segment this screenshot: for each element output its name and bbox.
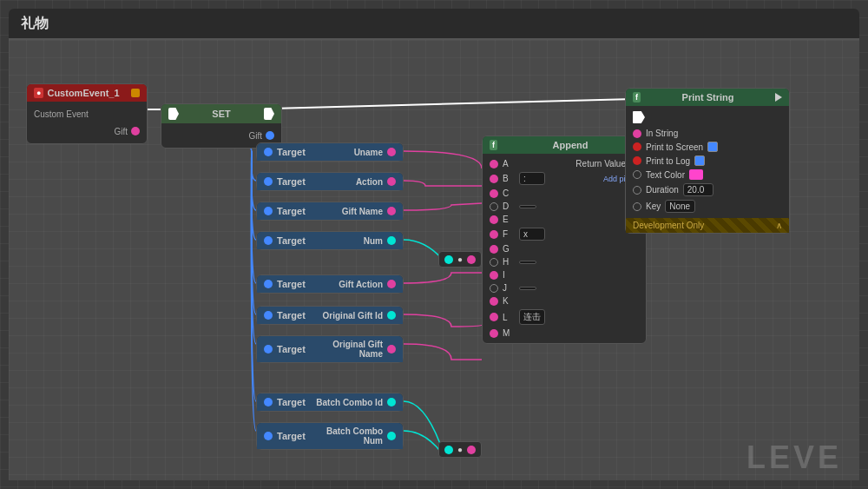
target-giftaction-target: Target xyxy=(277,279,306,289)
set-gift-out[interactable] xyxy=(266,131,274,140)
target-batchcomboid-node: Target Batch Combo Id xyxy=(256,393,404,412)
append-f-label: F xyxy=(503,229,515,239)
set-exec-out[interactable] xyxy=(264,108,274,120)
target-action-in[interactable] xyxy=(264,177,273,186)
print-exec-in[interactable] xyxy=(633,111,645,123)
append-m-label: M xyxy=(503,328,515,338)
target-batchcomboid-in[interactable] xyxy=(264,398,273,406)
print-toscreen-pin[interactable] xyxy=(633,142,641,151)
print-duration-value[interactable]: 20.0 xyxy=(683,183,713,196)
combo-out[interactable] xyxy=(467,255,476,264)
target-num-node: Target Num xyxy=(256,231,404,250)
append-f-pin[interactable] xyxy=(490,230,498,239)
target-uname-out[interactable] xyxy=(387,148,396,156)
append-b-pin[interactable] xyxy=(490,175,498,183)
append-return-label: Return Value xyxy=(575,159,626,169)
batch-combo-node: ● xyxy=(438,441,482,458)
target-batchcomboid-target: Target xyxy=(277,397,306,407)
append-node: f Append A Return Value B : Add pin ⊕ xyxy=(482,135,647,344)
append-h-pin[interactable] xyxy=(490,258,498,267)
bcombo-in[interactable] xyxy=(444,446,453,454)
target-batchcombonum-out[interactable] xyxy=(387,432,396,440)
append-k-label: K xyxy=(503,296,515,306)
append-g-label: G xyxy=(503,244,515,254)
print-tolog-label: Print to Log xyxy=(646,156,690,166)
append-l-value[interactable]: 连击 xyxy=(519,309,545,325)
print-duration-pin[interactable] xyxy=(633,186,641,195)
append-i-pin[interactable] xyxy=(490,271,498,280)
print-textcolor-swatch[interactable] xyxy=(689,169,703,180)
print-duration-label: Duration xyxy=(646,185,679,195)
print-key-value[interactable]: None xyxy=(665,200,695,213)
target-originalgiftname-node: Target Original Gift Name xyxy=(256,335,404,363)
print-instring-pin[interactable] xyxy=(633,129,641,138)
print-toscreen-label: Print to Screen xyxy=(646,142,703,152)
dev-only-bar: Development Only ∧ xyxy=(626,218,789,233)
gift-pin-label: Gift xyxy=(114,127,128,136)
custom-event-label: CustomEvent_1 xyxy=(47,88,119,98)
append-e-pin[interactable] xyxy=(490,215,498,224)
append-h-value[interactable] xyxy=(519,261,536,264)
append-a-pin[interactable] xyxy=(490,160,498,169)
append-d-value[interactable] xyxy=(519,205,536,208)
print-label: Print String xyxy=(645,92,771,102)
print-instring-label: In String xyxy=(646,129,678,138)
append-i-label: I xyxy=(503,270,515,280)
target-originalgiftid-pin: Original Gift Id xyxy=(310,311,383,320)
target-originalgiftid-target: Target xyxy=(277,310,306,320)
append-j-pin[interactable] xyxy=(490,284,498,293)
target-giftaction-in[interactable] xyxy=(264,280,273,288)
print-exec-out[interactable] xyxy=(775,93,782,102)
gift-pin[interactable] xyxy=(131,127,140,135)
append-l-pin[interactable] xyxy=(490,313,498,321)
append-j-value[interactable] xyxy=(519,287,536,290)
target-giftname-target: Target xyxy=(277,206,306,216)
target-giftaction-out[interactable] xyxy=(387,280,396,288)
append-b-label: B xyxy=(503,174,515,183)
append-d-pin[interactable] xyxy=(490,202,498,211)
set-exec-in[interactable] xyxy=(168,108,179,120)
print-f-icon: f xyxy=(633,92,641,102)
target-batchcomboid-out[interactable] xyxy=(387,398,396,406)
target-originalgiftid-out[interactable] xyxy=(387,311,396,320)
target-action-out[interactable] xyxy=(387,177,396,186)
target-num-out[interactable] xyxy=(387,236,396,245)
print-key-pin[interactable] xyxy=(633,202,641,211)
set-gift-label: Gift xyxy=(248,131,262,141)
print-string-node: f Print String In String Print to Screen xyxy=(625,88,790,234)
target-num-in[interactable] xyxy=(264,236,273,245)
target-originalgiftname-out[interactable] xyxy=(387,345,396,354)
target-giftaction-pin: Gift Action xyxy=(310,280,383,289)
print-tolog-pin[interactable] xyxy=(633,156,641,165)
collapse-icon[interactable]: ∧ xyxy=(776,221,782,230)
append-l-label: L xyxy=(503,313,515,322)
append-f-value[interactable]: x xyxy=(519,228,545,241)
title-bar: 礼物 xyxy=(9,9,859,40)
canvas: ● CustomEvent_1 Custom Event Gift SET Gi… xyxy=(9,40,859,480)
print-toscreen-check[interactable] xyxy=(707,142,718,152)
append-g-pin[interactable] xyxy=(490,245,498,254)
append-d-label: D xyxy=(503,202,515,211)
append-c-pin[interactable] xyxy=(490,189,498,198)
append-m-pin[interactable] xyxy=(490,329,498,338)
target-batchcomboid-pin: Batch Combo Id xyxy=(310,398,383,407)
combo-in[interactable] xyxy=(444,255,453,264)
append-b-value[interactable]: : xyxy=(519,172,545,185)
append-f-icon: f xyxy=(490,140,497,150)
target-originalgiftname-in[interactable] xyxy=(264,345,273,354)
target-originalgiftid-in[interactable] xyxy=(264,311,273,320)
print-textcolor-pin[interactable] xyxy=(633,170,641,179)
target-uname-in[interactable] xyxy=(264,148,273,156)
target-batchcombonum-pin: Batch Combo Num xyxy=(310,426,383,446)
target-originalgiftid-node: Target Original Gift Id xyxy=(256,306,404,325)
target-action-target: Target xyxy=(277,176,306,187)
watermark: LEVE xyxy=(746,439,842,476)
target-action-node: Target Action xyxy=(256,172,404,191)
target-giftname-in[interactable] xyxy=(264,207,273,215)
target-giftname-out[interactable] xyxy=(387,207,396,215)
print-tolog-check[interactable] xyxy=(694,155,705,166)
bcombo-out[interactable] xyxy=(467,446,476,454)
target-giftaction-node: Target Gift Action xyxy=(256,274,404,294)
target-batchcombonum-in[interactable] xyxy=(264,432,273,440)
append-k-pin[interactable] xyxy=(490,297,498,306)
